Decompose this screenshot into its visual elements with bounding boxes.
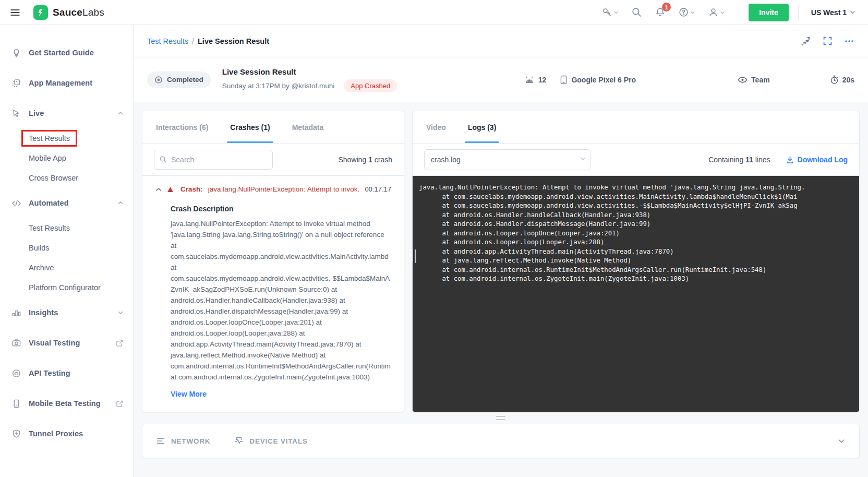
sidebar-item-automated[interactable]: Automated (0, 188, 133, 218)
log-file-selected-value[interactable]: crash.log (424, 149, 591, 170)
horizontal-resize-handle[interactable] (134, 412, 868, 424)
device-vitals-icon (234, 436, 244, 446)
chevron-down-icon[interactable] (117, 309, 124, 316)
top-bar: SauceLabs 1 Invite US West 1 (0, 0, 868, 25)
download-log-button[interactable]: Download Log (786, 156, 848, 164)
region-selector[interactable]: US West 1 (808, 8, 859, 17)
breadcrumb-current: Live Session Result (198, 37, 269, 45)
invite-button[interactable]: Invite (749, 4, 789, 21)
crash-list: Crash: java.lang.NullPointerException: A… (142, 176, 404, 398)
panels-area: Interactions (6) Crashes (1) Metadata Sh… (134, 102, 868, 412)
eye-icon (738, 76, 748, 84)
sidebar-item-label: App Management (29, 79, 92, 87)
sidebar-item-insights[interactable]: Insights (0, 297, 133, 328)
fullscreen-icon[interactable] (823, 36, 833, 46)
tab-interactions[interactable]: Interactions (6) (156, 111, 208, 143)
tab-video[interactable]: Video (426, 111, 446, 143)
sidebar-item-label: Insights (29, 308, 58, 317)
session-title: Live Session Result (222, 67, 397, 76)
tab-metadata[interactable]: Metadata (292, 111, 324, 143)
device-phone-icon (560, 75, 568, 85)
sidebar-item-cross-browser[interactable]: Cross Browser (0, 168, 133, 188)
access-key-icon[interactable] (597, 4, 623, 21)
network-section-toggle[interactable]: NETWORK (156, 437, 210, 445)
network-vitals-bar: NETWORK DEVICE VITALS (142, 424, 860, 458)
sidebar-item-automated-test-results[interactable]: Test Results (0, 218, 133, 238)
stopwatch-icon (830, 75, 839, 85)
device-vitals-section-toggle[interactable]: DEVICE VITALS (234, 436, 307, 446)
session-info-bar: Completed Live Session Result Sunday at … (134, 57, 868, 102)
sidebar-item-tunnel-proxies[interactable]: Tunnel Proxies (0, 419, 133, 449)
sidebar-item-live-test-results[interactable]: Test Results (0, 128, 133, 148)
vertical-resize-handle[interactable] (412, 249, 416, 263)
phone-icon (10, 399, 22, 409)
chevron-up-icon[interactable] (117, 110, 124, 116)
sidebar-item-label: Tunnel Proxies (29, 430, 83, 438)
notification-badge: 1 (662, 3, 671, 11)
device-name-value: Google Pixel 6 Pro (571, 76, 636, 84)
sidebar: Get Started Guide App Management Live Te… (0, 25, 134, 477)
sidebar-item-live[interactable]: Live (0, 98, 133, 128)
more-options-icon[interactable] (844, 36, 854, 46)
sidebar-item-label: Mobile App (29, 154, 66, 162)
select-chevron-icon (580, 156, 586, 162)
logs-toolbar: crash.log Containing 11 lines Download L… (413, 144, 859, 176)
sidebar-item-api-testing[interactable]: API Testing (0, 358, 133, 388)
tab-crashes[interactable]: Crashes (1) (230, 111, 270, 143)
os-version: 12 (524, 76, 547, 84)
brand-name: SauceLabs (53, 7, 104, 18)
camera-icon (10, 338, 22, 348)
user-account-icon[interactable] (704, 4, 729, 21)
api-icon (10, 368, 22, 378)
right-panel-tabs: Video Logs (3) (413, 111, 859, 144)
brand-light: Labs (82, 7, 104, 18)
sidebar-item-app-management[interactable]: App Management (0, 68, 133, 98)
sidebar-item-builds[interactable]: Builds (0, 238, 133, 258)
sidebar-item-mobile-beta-testing[interactable]: Mobile Beta Testing (0, 388, 133, 419)
main-content: Test Results / Live Session Result Compl… (134, 25, 868, 477)
sidebar-item-archive[interactable]: Archive (0, 258, 133, 278)
crashes-toolbar: Showing 1 crash (142, 144, 404, 176)
sidebar-item-label: Archive (29, 264, 54, 272)
log-file-select[interactable]: crash.log (424, 149, 591, 170)
sidebar-item-visual-testing[interactable]: Visual Testing (0, 328, 133, 358)
crash-description-title: Crash Description (171, 205, 391, 213)
hamburger-menu-icon[interactable] (9, 6, 22, 19)
log-console-text: java.lang.NullPointerException: Attempt … (419, 183, 859, 284)
jira-icon[interactable] (800, 35, 811, 47)
search-input[interactable] (154, 150, 273, 170)
expand-chevron-icon[interactable] (837, 437, 846, 445)
sidebar-item-label: Live (29, 109, 44, 117)
sidebar-item-label: Test Results (29, 224, 70, 232)
status-text: Completed (167, 76, 203, 84)
external-link-icon (116, 400, 124, 408)
sidebar-item-mobile-app[interactable]: Mobile App (0, 148, 133, 168)
bar-chart-icon (10, 308, 22, 318)
help-icon[interactable] (674, 4, 700, 21)
os-version-value: 12 (538, 76, 547, 84)
search-icon[interactable] (627, 4, 646, 21)
sidebar-item-label: Visual Testing (29, 339, 80, 347)
notifications-bell-icon[interactable]: 1 (650, 4, 670, 21)
left-panel-tabs: Interactions (6) Crashes (1) Metadata (142, 111, 404, 144)
crash-description-text: java.lang.NullPointerException: Attempt … (171, 218, 391, 383)
status-badge: Completed (147, 71, 211, 88)
duration-value: 20s (842, 76, 854, 84)
sidebar-item-label: Get Started Guide (29, 49, 94, 57)
collapse-chevron-icon[interactable] (155, 186, 162, 193)
showing-count: Showing 1 crash (338, 156, 392, 164)
tab-logs[interactable]: Logs (3) (468, 111, 496, 143)
crash-timestamp: 00:17.17 (365, 185, 391, 193)
divider (739, 5, 739, 20)
sidebar-item-get-started-guide[interactable]: Get Started Guide (0, 38, 133, 68)
sidebar-item-platform-configurator[interactable]: Platform Configurator (0, 278, 133, 297)
highlighted-test-results: Test Results (21, 130, 77, 147)
view-more-link[interactable]: View More (171, 390, 391, 398)
chevron-up-icon[interactable] (117, 200, 124, 206)
sidebar-item-label: Cross Browser (29, 174, 78, 182)
saucelabs-logo[interactable]: SauceLabs (33, 5, 104, 20)
crash-row[interactable]: Crash: java.lang.NullPointerException: A… (155, 185, 391, 193)
log-console[interactable]: java.lang.NullPointerException: Attempt … (413, 176, 859, 412)
breadcrumb-link-test-results[interactable]: Test Results (147, 37, 188, 45)
breadcrumb-bar: Test Results / Live Session Result (134, 25, 868, 57)
